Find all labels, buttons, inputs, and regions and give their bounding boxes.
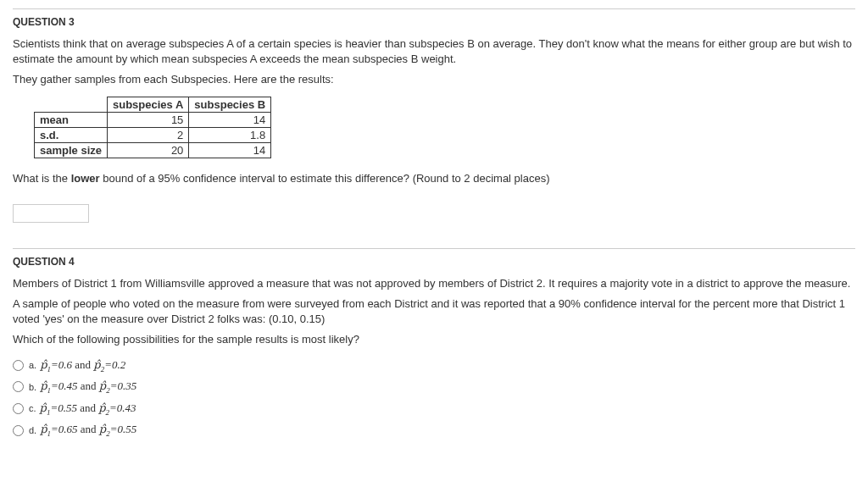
- radio-d[interactable]: [13, 425, 24, 436]
- radio-b[interactable]: [13, 381, 24, 392]
- question-3-intro-2: They gather samples from each Subspecies…: [13, 72, 855, 87]
- table-row: sample size 20 14: [35, 142, 271, 158]
- cell-size-b: 14: [189, 142, 271, 158]
- table-header-row: subspecies A subspecies B: [35, 97, 271, 112]
- option-d-text: p̂1=0.65 and p̂2=0.55: [40, 423, 136, 438]
- row-label-size: sample size: [35, 142, 108, 158]
- question-4: QUESTION 4 Members of District 1 from Wi…: [13, 248, 855, 441]
- row-label-sd: s.d.: [35, 127, 108, 142]
- col-header-b: subspecies B: [189, 97, 271, 112]
- question-4-intro-3: Which of the following possibilities for…: [13, 332, 855, 347]
- col-header-a: subspecies A: [108, 97, 189, 112]
- option-c-label: c.: [29, 403, 36, 413]
- question-3-prompt: What is the lower bound of a 95% confide…: [13, 171, 855, 186]
- question-3-title: QUESTION 3: [13, 16, 855, 28]
- option-c[interactable]: c. p̂1=0.55 and p̂2=0.43: [13, 398, 855, 420]
- question-3: QUESTION 3 Scientists think that on aver…: [13, 8, 855, 223]
- cell-mean-a: 15: [108, 112, 189, 127]
- table-row: mean 15 14: [35, 112, 271, 127]
- option-b-text: p̂1=0.45 and p̂2=0.35: [40, 379, 136, 395]
- data-table: subspecies A subspecies B mean 15 14 s.d…: [34, 97, 271, 158]
- radio-c[interactable]: [13, 403, 24, 414]
- row-label-mean: mean: [35, 112, 108, 127]
- option-d-label: d.: [29, 425, 36, 435]
- option-c-text: p̂1=0.55 and p̂2=0.43: [40, 401, 136, 417]
- answer-input[interactable]: [13, 204, 89, 223]
- question-4-intro-1: Members of District 1 from Williamsville…: [13, 276, 855, 291]
- option-d[interactable]: d. p̂1=0.65 and p̂2=0.55: [13, 419, 855, 441]
- radio-a[interactable]: [13, 360, 24, 371]
- option-b-label: b.: [29, 382, 36, 392]
- question-4-intro-2: A sample of people who voted on the meas…: [13, 296, 855, 327]
- cell-sd-a: 2: [108, 127, 189, 142]
- prompt-bold: lower: [71, 172, 100, 185]
- question-4-title: QUESTION 4: [13, 256, 855, 268]
- option-a[interactable]: a. p̂1=0.6 and p̂2=0.2: [13, 355, 855, 377]
- empty-cell: [35, 97, 108, 112]
- cell-mean-b: 14: [189, 112, 271, 127]
- question-3-intro-1: Scientists think that on average subspec…: [13, 36, 855, 67]
- option-a-text: p̂1=0.6 and p̂2=0.2: [40, 358, 125, 374]
- cell-size-a: 20: [108, 142, 189, 158]
- cell-sd-b: 1.8: [189, 127, 271, 142]
- option-b[interactable]: b. p̂1=0.45 and p̂2=0.35: [13, 376, 855, 398]
- prompt-before: What is the: [13, 172, 71, 185]
- option-a-label: a.: [29, 360, 36, 370]
- options-group: a. p̂1=0.6 and p̂2=0.2 b. p̂1=0.45 and p…: [13, 355, 855, 441]
- prompt-after: bound of a 95% confidence interval to es…: [100, 172, 550, 185]
- table-row: s.d. 2 1.8: [35, 127, 271, 142]
